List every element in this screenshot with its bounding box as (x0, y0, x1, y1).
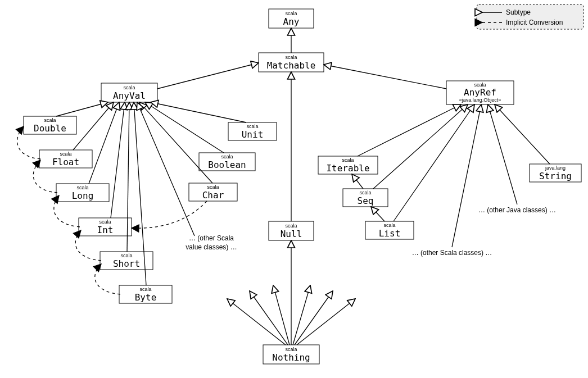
svg-text:scala: scala (383, 222, 395, 228)
svg-text:Unit: Unit (242, 129, 264, 140)
svg-text:scala: scala (99, 219, 111, 225)
svg-text:Boolean: Boolean (208, 160, 246, 170)
svg-line-72 (145, 102, 224, 153)
svg-text:scala: scala (246, 124, 258, 129)
svg-text:scala: scala (120, 253, 132, 258)
node-char: scala Char (189, 183, 237, 201)
svg-line-62 (157, 63, 259, 89)
type-hierarchy-diagram: Subtype Implicit Conversion scala Any sc… (0, 0, 588, 378)
node-int: scala Int (79, 218, 132, 236)
note-other-scala: … (other Scala classes) … (412, 249, 492, 257)
node-null: scala Null (269, 221, 314, 240)
svg-line-81 (352, 174, 363, 189)
svg-text:«java.lang.Object»: «java.lang.Object» (459, 97, 501, 103)
node-boolean: scala Boolean (199, 153, 255, 171)
svg-text:Int: Int (97, 225, 114, 235)
svg-line-79 (488, 104, 517, 204)
note-other-value2: value classes) … (186, 243, 237, 251)
note-other-java: … (other Java classes) … (478, 206, 556, 214)
svg-text:scala: scala (342, 157, 354, 163)
svg-text:Seq: Seq (358, 195, 374, 206)
node-anyval: scala AnyVal (101, 83, 157, 102)
svg-text:AnyVal: AnyVal (113, 90, 146, 101)
svg-text:scala: scala (359, 190, 371, 195)
svg-line-77 (393, 104, 474, 221)
svg-text:Short: Short (113, 258, 140, 269)
svg-text:Iterable: Iterable (326, 163, 369, 174)
svg-text:Char: Char (202, 190, 224, 201)
node-list: scala List (365, 221, 414, 239)
svg-line-76 (373, 104, 468, 189)
svg-text:Null: Null (281, 229, 302, 239)
svg-text:Float: Float (52, 157, 79, 167)
svg-text:scala: scala (44, 117, 56, 123)
node-anyref: scala AnyRef «java.lang.Object» (446, 81, 514, 104)
svg-text:Any: Any (283, 16, 300, 27)
svg-text:Matchable: Matchable (267, 60, 316, 71)
node-matchable: scala Matchable (259, 53, 324, 72)
svg-text:scala: scala (285, 54, 297, 60)
note-other-value: … (other Scala (189, 234, 234, 242)
legend: Subtype Implicit Conversion (477, 4, 584, 29)
node-iterable: scala Iterable (318, 156, 378, 174)
svg-line-74 (137, 102, 195, 236)
svg-text:String: String (539, 171, 572, 181)
svg-text:scala: scala (139, 286, 151, 292)
svg-text:scala: scala (221, 154, 233, 160)
svg-line-65 (56, 102, 108, 116)
svg-text:scala: scala (207, 184, 219, 190)
svg-line-84 (227, 299, 286, 345)
node-string: java.lang String (530, 164, 581, 182)
svg-line-75 (358, 104, 461, 156)
node-byte: scala Byte (119, 285, 172, 303)
svg-text:scala: scala (76, 185, 88, 190)
node-unit: scala Unit (228, 122, 277, 140)
node-long: scala Long (56, 184, 109, 202)
svg-line-82 (371, 207, 385, 221)
svg-text:Byte: Byte (135, 292, 157, 303)
svg-text:scala: scala (285, 347, 297, 352)
svg-text:scala: scala (123, 85, 135, 90)
svg-line-66 (73, 102, 114, 150)
svg-text:scala: scala (285, 223, 297, 229)
svg-text:scala: scala (60, 151, 71, 157)
svg-text:List: List (379, 228, 401, 239)
svg-line-63 (324, 65, 446, 89)
svg-text:AnyRef: AnyRef (464, 87, 496, 98)
node-nothing: scala Nothing (263, 345, 319, 364)
node-seq: scala Seq (343, 189, 388, 207)
legend-implicit: Implicit Conversion (506, 19, 563, 26)
svg-text:Long: Long (72, 190, 94, 201)
svg-line-78 (452, 104, 481, 247)
node-any: scala Any (269, 9, 314, 28)
node-float: scala Float (39, 150, 92, 168)
svg-line-89 (297, 299, 355, 345)
svg-line-88 (295, 291, 333, 345)
svg-line-67 (89, 102, 119, 184)
node-double: scala Double (24, 116, 76, 134)
svg-text:Nothing: Nothing (272, 352, 310, 363)
svg-text:scala: scala (285, 11, 297, 16)
svg-text:Double: Double (34, 123, 66, 134)
legend-subtype: Subtype (506, 8, 531, 16)
svg-line-73 (151, 102, 246, 122)
svg-text:java.lang: java.lang (545, 165, 566, 171)
svg-line-71 (139, 102, 212, 183)
